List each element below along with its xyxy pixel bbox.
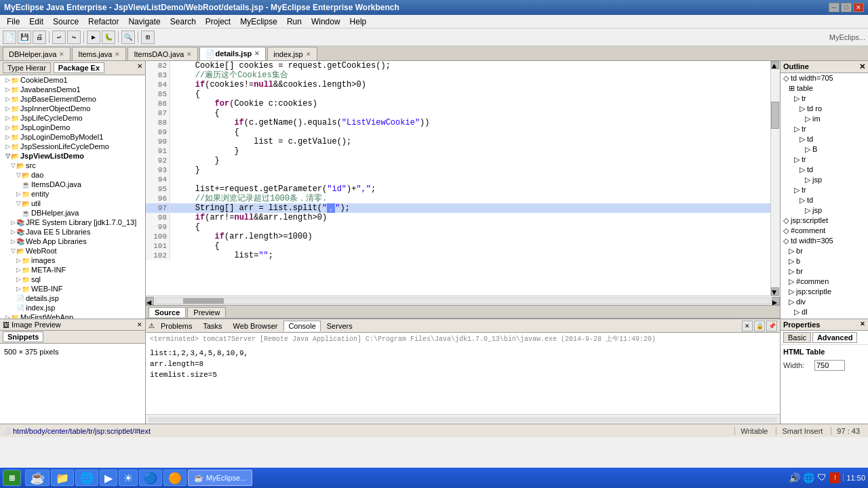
tree-itemsdao-file[interactable]: ☕ ItemsDAO.java (0, 180, 145, 189)
tab-index-close[interactable]: ✕ (306, 51, 311, 58)
toolbar-print[interactable]: 🖨 (33, 30, 46, 44)
outline-item[interactable]: ▷ tr (781, 94, 868, 104)
tree-images[interactable]: ▷ 📁 images (0, 256, 145, 265)
tab-dbhelper-close[interactable]: ✕ (59, 51, 64, 58)
toolbar-debug[interactable]: 🐛 (102, 30, 115, 44)
tree-jsplife[interactable]: ▷ 📁 JspLifeCycleDemo (0, 113, 145, 123)
tree-jsplogin[interactable]: ▷ 📁 JspLoginDemo (0, 123, 145, 132)
tab-problems[interactable]: Problems (156, 321, 197, 331)
taskbar-app-6[interactable]: 🔵 (139, 470, 162, 486)
code-area[interactable]: 82 Cookie[] cookies = request.getCookies… (146, 61, 780, 296)
menu-search[interactable]: Search (166, 16, 200, 27)
close-panel-icon[interactable]: ✕ (137, 62, 142, 73)
toolbar-new[interactable]: 📄 (3, 30, 16, 44)
tree-index-jsp[interactable]: 📄 index.jsp (0, 303, 145, 312)
tab-snippets[interactable]: Snippets (3, 331, 43, 342)
menu-source[interactable]: Source (49, 16, 83, 27)
tree-jspbase[interactable]: ▷ 📁 JspBaseElementDemo (0, 94, 145, 104)
tree-jspsession[interactable]: ▷ 📁 JspSessionLifeCycleDemo (0, 142, 145, 151)
minimize-button[interactable]: ─ (829, 3, 840, 12)
tab-type-hierarchy[interactable]: Type Hierar (3, 62, 51, 73)
tree-metainf[interactable]: ▷ 📁 META-INF (0, 265, 145, 274)
tree-webroot[interactable]: ▽ 📂 WebRoot (0, 246, 145, 256)
outline-item[interactable]: ▷ tr (781, 185, 868, 195)
menu-myeclipse[interactable]: MyEclipse (236, 16, 281, 27)
start-button[interactable]: ⊞ (3, 470, 21, 486)
tab-details-close[interactable]: ✕ (254, 50, 260, 57)
menu-edit[interactable]: Edit (25, 16, 47, 27)
taskbar-active-app[interactable]: ☕ MyEclipse... (188, 470, 252, 486)
console-clear-btn[interactable]: ✕ (742, 321, 753, 331)
menu-file[interactable]: File (3, 16, 24, 27)
outline-item[interactable]: ▷ b (781, 256, 868, 266)
toolbar-undo[interactable]: ↩ (52, 30, 66, 44)
tab-tasks[interactable]: Tasks (198, 321, 226, 331)
properties-close-icon[interactable]: ✕ (860, 321, 865, 329)
maximize-button[interactable]: □ (841, 3, 852, 12)
outline-item[interactable]: ▷ td (781, 165, 868, 175)
outline-item[interactable]: ▷ tr (781, 155, 868, 165)
tree-myfirstwebapp[interactable]: ▷ 📁 MyFirstWebApp (0, 312, 145, 319)
outline-item[interactable]: ▷ br (781, 266, 868, 277)
outline-item[interactable]: ▷ #commen (781, 277, 868, 287)
taskbar-app-browser[interactable]: 🌐 (75, 470, 98, 486)
tab-web-browser[interactable]: Web Browser (229, 321, 283, 331)
h-scroll-thumb[interactable] (183, 298, 224, 304)
toolbar-open-perspective[interactable]: ⊞ (141, 30, 155, 44)
tree-jspmodel[interactable]: ▷ 📁 JspLoginDemoByModel1 (0, 132, 145, 142)
tree-details-jsp[interactable]: 📄 details.jsp (0, 293, 145, 303)
tree-cookiedemo1[interactable]: ▷ 📁 CookieDemo1 (0, 75, 145, 85)
tab-servers[interactable]: Servers (322, 321, 357, 331)
close-outline-icon[interactable]: ✕ (859, 62, 865, 71)
outline-item[interactable]: ▷ td ro (781, 104, 868, 114)
tab-items[interactable]: Items.java ✕ (72, 47, 126, 60)
menu-project[interactable]: Project (201, 16, 235, 27)
toolbar-search[interactable]: 🔍 (121, 30, 135, 44)
outline-item[interactable]: ▷ dl (781, 307, 868, 317)
width-input[interactable] (814, 360, 845, 371)
tab-advanced[interactable]: Advanced (812, 332, 858, 343)
menu-refactor[interactable]: Refactor (84, 16, 123, 27)
outline-item[interactable]: ◇ #comment (781, 226, 868, 236)
tree-jspviewlist[interactable]: ▽ 📂 JspViewListDemo (0, 151, 145, 161)
tree-sql[interactable]: ▷ 📁 sql (0, 274, 145, 284)
console-pin-btn[interactable]: 📌 (766, 321, 777, 331)
tab-details[interactable]: 📄 details.jsp ✕ (199, 47, 266, 60)
outline-item[interactable]: ▷ td (781, 195, 868, 205)
outline-item[interactable]: ▷ br (781, 246, 868, 256)
outline-item[interactable]: ▷ jsp (781, 175, 868, 185)
menu-run[interactable]: Run (283, 16, 306, 27)
tree-webapp-lib[interactable]: ▷ 📚 Web App Libraries (0, 237, 145, 246)
tab-basic[interactable]: Basic (783, 332, 811, 343)
outline-item[interactable]: ⊞ table (781, 83, 868, 94)
scroll-right-arrow[interactable]: ▶ (772, 297, 780, 305)
outline-item[interactable]: ▷ div (781, 297, 868, 307)
scroll-left-arrow[interactable]: ◀ (146, 297, 154, 305)
taskbar-app-5[interactable]: ☀ (119, 470, 138, 486)
image-preview-close[interactable]: ✕ (137, 321, 142, 328)
taskbar-app-7[interactable]: 🟠 (163, 470, 186, 486)
tree-jspinner[interactable]: ▷ 📁 JspInnerObjectDemo (0, 104, 145, 113)
taskbar-app-media[interactable]: ▶ (100, 470, 117, 486)
outline-item[interactable]: ▷ tr (781, 124, 868, 134)
tab-items-close[interactable]: ✕ (115, 51, 120, 58)
tab-source[interactable]: Source (149, 307, 186, 317)
menu-window[interactable]: Window (307, 16, 344, 27)
tab-dbhelper[interactable]: DBHelper.java ✕ (3, 47, 71, 60)
outline-item[interactable]: ▷ B (781, 144, 868, 155)
console-scroll-lock-btn[interactable]: 🔒 (754, 321, 765, 331)
vertical-scrollbar[interactable]: ▲ ▼ (770, 61, 780, 296)
tab-preview[interactable]: Preview (187, 307, 226, 317)
tree-dao[interactable]: ▽ 📂 dao (0, 170, 145, 180)
taskbar-app-explorer[interactable]: ☕ (25, 470, 50, 486)
close-button[interactable]: ✕ (853, 3, 864, 12)
outline-item[interactable]: ◇ td width=305 (781, 236, 868, 246)
h-scroll-track[interactable] (155, 298, 770, 304)
tree-webinf[interactable]: ▷ 📁 WEB-INF (0, 284, 145, 293)
menu-navigate[interactable]: Navigate (124, 16, 164, 27)
tab-package-explorer[interactable]: Package Ex (54, 62, 104, 73)
tab-console[interactable]: Console (283, 321, 320, 331)
tree-dbhelper-file[interactable]: ☕ DBHelper.java (0, 208, 145, 218)
tab-itemsdao-close[interactable]: ✕ (186, 51, 192, 58)
tree-javaee[interactable]: ▷ 📚 Java EE 5 Libraries (0, 227, 145, 237)
